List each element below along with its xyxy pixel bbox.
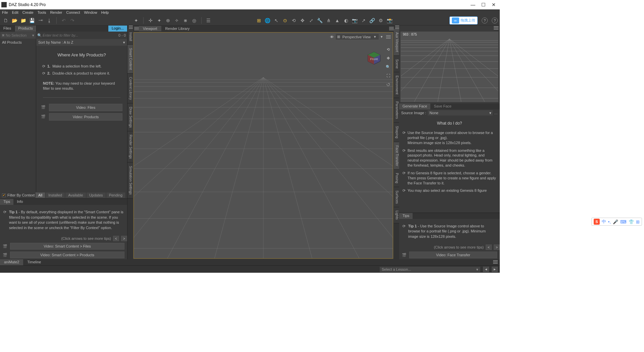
vtab-face-transfer[interactable]: Face Transfer [394, 142, 399, 170]
frame-icon[interactable]: ⛶ [385, 72, 391, 79]
ime-mic-icon[interactable]: 🎤 [613, 219, 618, 224]
open-file-icon[interactable]: 📂 [11, 17, 18, 24]
vtab-scene[interactable]: Scene [394, 56, 399, 72]
menu-file[interactable]: File [2, 10, 8, 14]
scene-tool-icon[interactable]: ✦ [132, 17, 140, 24]
tab-viewport[interactable]: Viewport [139, 26, 161, 31]
tab-files[interactable]: Files [0, 26, 15, 32]
menu-create[interactable]: Create [22, 10, 34, 14]
video-products-button[interactable]: Video: Products [49, 113, 122, 121]
camera-light-icon[interactable]: ◎ [191, 17, 198, 24]
pane-menu-icon[interactable] [389, 27, 394, 30]
viewport-eye-icon[interactable]: 👁 [330, 35, 334, 39]
reset-icon[interactable]: ⭯ [385, 81, 391, 88]
tab-save-face[interactable]: Save Face [430, 103, 455, 109]
maximize-button[interactable]: ☐ [481, 2, 486, 7]
menu-edit[interactable]: Edit [12, 10, 18, 14]
ime-skin-icon[interactable]: 👕 [629, 219, 634, 224]
source-image-dropdown[interactable]: None [428, 110, 493, 116]
tip-next-button[interactable]: > [121, 236, 127, 241]
video-smart-files-button[interactable]: Video: Smart Content > Files [10, 243, 124, 250]
tab-tips[interactable]: Tips [0, 199, 13, 205]
vtab-posing[interactable]: Posing [394, 170, 399, 187]
scale-tool-icon[interactable]: ⤢ [308, 17, 315, 24]
lesson-next-button[interactable]: ► [492, 267, 498, 272]
sort-dropdown[interactable]: Sort by Name : A to Z [36, 39, 127, 46]
ime-lang[interactable]: 中 [602, 219, 606, 225]
pane-menu-icon[interactable] [494, 26, 498, 30]
cloud-upload-button[interactable]: ∞ 拖拽上传 [449, 16, 478, 25]
link-tool-icon[interactable]: 🔗 [369, 17, 376, 24]
ime-toolbar[interactable]: S 中 •, 🎤 ⌨ 👕 ⊞ [591, 218, 642, 226]
video-smart-products-button[interactable]: Video: Smart Content > Products [10, 252, 124, 258]
light-tool-icon[interactable]: ✢ [147, 17, 154, 24]
pill-pending[interactable]: Pending [106, 192, 125, 198]
save-file-icon[interactable]: 💾 [28, 17, 36, 24]
pointer-tool-icon[interactable]: ↖ [273, 17, 280, 24]
linear-light-icon[interactable]: ⋇ [182, 17, 189, 24]
help-info-icon[interactable]: ? [492, 17, 498, 24]
merge-file-icon[interactable]: 📁 [19, 17, 27, 24]
tab-products[interactable]: Products [15, 26, 36, 32]
ime-toolbox-icon[interactable]: ⊞ [636, 219, 640, 224]
distant-light-icon[interactable]: ✧ [173, 17, 180, 24]
pan-icon[interactable]: ✥ [385, 55, 391, 61]
translate-tool-icon[interactable]: ✥ [299, 17, 306, 24]
menu-tools[interactable]: Tools [38, 10, 46, 14]
gear-icon[interactable]: ⚙ [377, 17, 385, 24]
new-file-icon[interactable]: 🗋 [2, 17, 9, 24]
import-icon[interactable]: ⭲ [37, 17, 44, 24]
undo-icon[interactable]: ↶ [60, 17, 67, 24]
render-icon[interactable]: 📸 [386, 17, 393, 24]
lesson-prev-button[interactable]: ◄ [483, 267, 489, 272]
ime-keyboard-icon[interactable]: ⌨ [620, 219, 627, 224]
help-question-icon[interactable]: ? [482, 17, 488, 24]
figure-tool-icon[interactable]: ▲ [334, 17, 341, 24]
filter-input[interactable] [43, 33, 117, 37]
close-button[interactable]: ✕ [492, 2, 496, 7]
login-button[interactable]: Login... [108, 26, 127, 32]
camera-dropdown[interactable]: Perspective View [336, 34, 379, 40]
main-viewport[interactable]: 👁 Perspective View ▾ Front ⟲ ✥ 🔍 ⛶ ⭯ [133, 32, 393, 259]
viewport-options-icon[interactable]: ▾ [381, 35, 383, 39]
aux-viewport[interactable]: 983 : 875 [400, 32, 498, 102]
vtab-install[interactable]: Install [127, 29, 133, 45]
menu-help[interactable]: Help [101, 10, 109, 14]
pick-tool-icon[interactable]: ↗ [360, 17, 367, 24]
sidebar-item-all-products[interactable]: All Products [0, 39, 36, 46]
tip-prev-button[interactable]: < [113, 236, 119, 241]
filter-context-checkbox[interactable]: ✔ [2, 193, 6, 197]
node-select-icon[interactable]: ⊙ [281, 17, 289, 24]
vtab-simulation-settings[interactable]: Simulation Settings [127, 163, 133, 199]
selection-dropdown[interactable]: ✖ No Selection [0, 32, 36, 39]
vtab-lights[interactable]: Lights [394, 207, 399, 223]
video-face-transfer-button[interactable]: Video: Face Transfer [409, 252, 497, 258]
menu-render[interactable]: Render [50, 10, 62, 14]
pill-available[interactable]: Available [65, 192, 86, 198]
menu-connect[interactable]: Connect [66, 10, 80, 14]
video-files-button[interactable]: Video: Files [49, 104, 122, 111]
menu-window[interactable]: Window [84, 10, 97, 14]
viewport-menu-icon[interactable] [386, 35, 391, 39]
vtab-parameters[interactable]: Parameters [394, 98, 399, 123]
rotate-tool-icon[interactable]: ⟲ [290, 17, 298, 24]
grid-toggle-icon[interactable]: ⊞ [255, 17, 263, 24]
tab-animate2[interactable]: aniMate2 [0, 259, 23, 265]
rtip-prev-button[interactable]: < [486, 245, 492, 250]
vtab-shaping[interactable]: Shaping [394, 123, 399, 142]
tab-tips-right[interactable]: Tips [399, 213, 413, 219]
orbit-icon[interactable]: ⟲ [385, 46, 391, 53]
vtab-smart-content[interactable]: Smart Content [127, 45, 133, 73]
wrench-icon[interactable]: 🔧 [316, 17, 324, 24]
tab-info[interactable]: Info [13, 199, 26, 205]
spot-light-icon[interactable]: ✦ [156, 17, 163, 24]
world-icon[interactable]: 🌐 [264, 17, 271, 24]
ime-punct-icon[interactable]: •, [608, 219, 611, 224]
vtab-aux-viewport[interactable]: Aux Viewport [394, 29, 399, 56]
tab-generate-face[interactable]: Generate Face [399, 103, 430, 109]
point-light-icon[interactable]: ⊛ [164, 17, 172, 24]
lesson-dropdown[interactable]: Select a Lesson... [380, 267, 480, 272]
vtab-surfaces[interactable]: Surfaces [394, 187, 399, 207]
surface-tool-icon[interactable]: ◐ [342, 17, 350, 24]
redo-icon[interactable]: ↷ [69, 17, 76, 24]
